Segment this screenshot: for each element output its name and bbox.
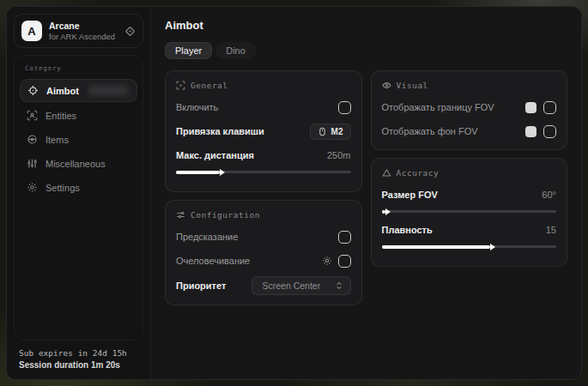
tab-dino[interactable]: Dino	[215, 42, 256, 59]
eye-icon	[382, 81, 391, 90]
priority-value: Screen Center	[263, 280, 321, 291]
smoothness-slider-fill	[382, 245, 490, 249]
tab-player[interactable]: Player	[165, 42, 212, 59]
sidebar: A Arcane for ARK Ascended Category	[7, 7, 151, 379]
card-title: Configuration	[191, 210, 260, 220]
app-logo: A	[21, 21, 42, 41]
keybind-row: Привязка клавиши M2	[176, 123, 351, 140]
prediction-checkbox[interactable]	[338, 231, 351, 244]
right-column: Visual Отображать границу FOV Отображать…	[371, 70, 568, 305]
general-card-header: General	[176, 81, 351, 90]
crosshair-icon	[27, 85, 39, 96]
smoothness-label: Плавность	[382, 225, 546, 235]
fov-background-checkbox[interactable]	[543, 125, 556, 138]
accuracy-card-header: Accuracy	[382, 168, 557, 178]
configuration-card-header: Configuration	[176, 210, 351, 220]
prediction-row: Предсказание	[176, 228, 351, 245]
visual-card-header: Visual	[382, 81, 557, 90]
page-title: Aimbot	[165, 19, 567, 32]
gear-icon	[27, 182, 38, 193]
distance-row: Макс. дистанция 250m	[176, 147, 351, 164]
priority-label: Приоритет	[176, 280, 252, 291]
fov-border-row: Отображать границу FOV	[382, 99, 557, 116]
ghost-highlight	[88, 86, 128, 95]
sidebar-item-miscellaneous[interactable]: Miscellaneous	[20, 153, 137, 174]
app-window: A Arcane for ARK Ascended Category	[6, 6, 582, 380]
sidebar-item-items[interactable]: Items	[20, 129, 137, 150]
fov-size-slider[interactable]	[382, 210, 557, 213]
keybind-label: Привязка клавиши	[176, 126, 310, 136]
sidebar-item-label: Miscellaneous	[45, 159, 106, 169]
tune-icon	[176, 210, 185, 220]
smoothness-row: Плавность 15	[382, 221, 557, 238]
distance-slider[interactable]	[176, 171, 351, 173]
triangle-icon	[382, 168, 391, 178]
sidebar-item-label: Items	[45, 135, 69, 145]
sub-expires-text: Sub expires in 24d 15h	[19, 348, 138, 358]
smoothness-value: 15	[546, 225, 556, 235]
brand-text: Arcane for ARK Ascended	[49, 21, 118, 41]
accuracy-card: Accuracy Размер FOV 60° Плавность 15	[371, 158, 568, 267]
sidebar-item-label: Entities	[45, 111, 76, 121]
configuration-card: Configuration Предсказание Очеловечивани…	[165, 200, 362, 305]
mouse-icon	[318, 127, 327, 136]
fov-size-row: Размер FOV 60°	[382, 186, 557, 203]
priority-dropdown[interactable]: Screen Center	[252, 276, 351, 295]
prediction-label: Предсказание	[176, 232, 338, 242]
fov-size-label: Размер FOV	[382, 190, 543, 200]
humanization-label: Очеловечивание	[176, 256, 322, 266]
unfold-chevrons-icon	[335, 281, 343, 290]
humanization-checkbox[interactable]	[338, 255, 351, 268]
sidebar-nav: Category Aimbot	[14, 55, 143, 341]
fov-border-label: Отображать границу FOV	[382, 102, 526, 112]
brand-title: Arcane	[49, 21, 118, 32]
enable-label: Включить	[176, 102, 338, 112]
general-card: General Включить Привязка клавиши	[165, 70, 362, 192]
fov-background-row: Отображать фон FOV	[382, 123, 557, 140]
distance-value: 250m	[327, 150, 351, 160]
fov-border-checkbox[interactable]	[543, 101, 556, 114]
target-scan-icon	[176, 81, 185, 90]
enable-row: Включить	[176, 99, 351, 116]
distance-label: Макс. дистанция	[176, 150, 327, 160]
card-title: Visual	[397, 81, 428, 90]
entities-scan-icon	[27, 110, 38, 121]
fov-size-value: 60°	[542, 190, 556, 200]
session-duration-text: Session duration 1m 20s	[19, 360, 138, 370]
left-column: General Включить Привязка клавиши	[165, 70, 362, 305]
fov-border-color-swatch[interactable]	[525, 102, 536, 113]
fov-size-slider-fill	[382, 210, 385, 214]
sidebar-footer: Sub expires in 24d 15h Session duration …	[7, 341, 150, 379]
enable-checkbox[interactable]	[338, 101, 351, 114]
keybind-button[interactable]: M2	[310, 124, 351, 140]
sidebar-item-entities[interactable]: Entities	[20, 105, 137, 126]
sidebar-item-settings[interactable]: Settings	[20, 177, 137, 198]
focus-diamond-icon[interactable]	[124, 26, 136, 37]
smoothness-slider[interactable]	[382, 245, 557, 248]
fov-background-label: Отображать фон FOV	[382, 126, 526, 136]
visual-card: Visual Отображать границу FOV Отображать…	[371, 70, 568, 150]
sidebar-item-aimbot[interactable]: Aimbot	[20, 79, 137, 102]
humanization-row: Очеловечивание	[176, 252, 351, 269]
fov-background-color-swatch[interactable]	[525, 126, 536, 137]
priority-row: Приоритет Screen Center	[176, 276, 351, 295]
orb-icon	[27, 134, 38, 145]
main-panel: Aimbot Player Dino General	[151, 7, 581, 379]
brand-subtitle: for ARK Ascended	[49, 32, 118, 41]
humanization-settings-gear-icon[interactable]	[322, 256, 332, 266]
category-label: Category	[20, 63, 137, 79]
tab-bar: Player Dino	[165, 42, 567, 59]
card-title: General	[191, 81, 228, 90]
sidebar-item-label: Settings	[45, 183, 80, 193]
keybind-value: M2	[331, 127, 343, 136]
brand-card: A Arcane for ARK Ascended	[14, 14, 143, 48]
sidebar-item-label: Aimbot	[46, 86, 79, 96]
sliders-icon	[27, 158, 38, 169]
card-title: Accuracy	[397, 168, 439, 178]
content-area: General Включить Привязка клавиши	[165, 70, 567, 305]
distance-slider-fill	[176, 171, 220, 174]
